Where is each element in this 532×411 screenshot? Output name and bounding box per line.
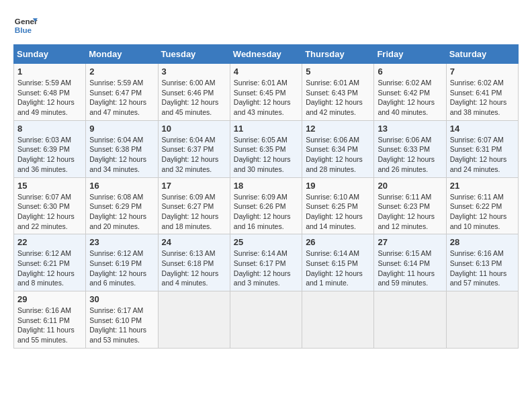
sunrise: Sunrise: 6:10 AM — [306, 193, 359, 201]
sunrise: Sunrise: 6:07 AM — [450, 136, 504, 144]
daylight: Daylight: 11 hours and 59 minutes. — [378, 269, 435, 287]
calendar-cell: 24 Sunrise: 6:13 AM Sunset: 6:18 PM Dayl… — [158, 234, 230, 291]
daylight: Daylight: 12 hours and 34 minutes. — [89, 155, 146, 173]
sunrise: Sunrise: 6:08 AM — [89, 193, 143, 201]
sunset: Sunset: 6:23 PM — [378, 202, 430, 210]
sunset: Sunset: 6:18 PM — [162, 259, 214, 267]
daylight: Daylight: 12 hours and 47 minutes. — [89, 98, 146, 116]
day-number: 17 — [162, 181, 226, 191]
daylight: Daylight: 12 hours and 18 minutes. — [162, 212, 219, 230]
day-number: 25 — [234, 237, 298, 247]
calendar-week-row: 22 Sunrise: 6:12 AM Sunset: 6:21 PM Dayl… — [14, 234, 519, 291]
calendar-cell: 1 Sunrise: 5:59 AM Sunset: 6:48 PM Dayli… — [14, 64, 86, 121]
sunset: Sunset: 6:30 PM — [17, 202, 70, 210]
sunrise: Sunrise: 6:06 AM — [378, 136, 431, 144]
daylight: Daylight: 12 hours and 40 minutes. — [378, 98, 435, 116]
sunset: Sunset: 6:15 PM — [306, 259, 358, 267]
sunrise: Sunrise: 6:12 AM — [17, 249, 71, 257]
daylight: Daylight: 12 hours and 26 minutes. — [378, 155, 435, 173]
day-number: 26 — [306, 237, 370, 247]
sunrise: Sunrise: 6:09 AM — [234, 193, 287, 201]
day-number: 19 — [306, 181, 370, 191]
weekday-header-saturday: Saturday — [446, 45, 518, 64]
daylight: Daylight: 12 hours and 20 minutes. — [89, 212, 146, 230]
sunrise: Sunrise: 6:03 AM — [17, 136, 71, 144]
day-number: 21 — [450, 181, 515, 191]
calendar-cell: 26 Sunrise: 6:14 AM Sunset: 6:15 PM Dayl… — [302, 234, 374, 291]
calendar-cell: 23 Sunrise: 6:12 AM Sunset: 6:19 PM Dayl… — [86, 234, 158, 291]
day-number: 9 — [89, 124, 154, 134]
sunrise: Sunrise: 6:11 AM — [378, 193, 431, 201]
daylight: Daylight: 12 hours and 30 minutes. — [234, 155, 291, 173]
sunset: Sunset: 6:35 PM — [234, 145, 286, 153]
day-number: 16 — [89, 181, 154, 191]
sunrise: Sunrise: 5:59 AM — [89, 79, 143, 87]
calendar-cell: 17 Sunrise: 6:09 AM Sunset: 6:27 PM Dayl… — [158, 177, 230, 234]
day-number: 24 — [162, 237, 226, 247]
sunset: Sunset: 6:46 PM — [162, 89, 214, 97]
daylight: Daylight: 12 hours and 38 minutes. — [450, 98, 507, 116]
calendar-cell: 16 Sunrise: 6:08 AM Sunset: 6:29 PM Dayl… — [86, 177, 158, 234]
day-number: 27 — [378, 237, 442, 247]
calendar-cell: 6 Sunrise: 6:02 AM Sunset: 6:42 PM Dayli… — [374, 64, 446, 121]
sunset: Sunset: 6:13 PM — [450, 259, 502, 267]
sunrise: Sunrise: 6:09 AM — [162, 193, 216, 201]
calendar-cell: 29 Sunrise: 6:16 AM Sunset: 6:11 PM Dayl… — [14, 291, 86, 349]
day-number: 11 — [234, 124, 298, 134]
sunset: Sunset: 6:43 PM — [306, 89, 358, 97]
logo: General Blue — [13, 13, 40, 38]
calendar-cell: 12 Sunrise: 6:06 AM Sunset: 6:34 PM Dayl… — [302, 120, 374, 177]
sunrise: Sunrise: 5:59 AM — [17, 79, 71, 87]
sunset: Sunset: 6:11 PM — [17, 316, 70, 324]
sunset: Sunset: 6:14 PM — [378, 259, 430, 267]
calendar-cell: 2 Sunrise: 5:59 AM Sunset: 6:47 PM Dayli… — [86, 64, 158, 121]
sunrise: Sunrise: 6:16 AM — [17, 306, 71, 314]
calendar-week-row: 29 Sunrise: 6:16 AM Sunset: 6:11 PM Dayl… — [14, 291, 519, 349]
sunset: Sunset: 6:41 PM — [450, 89, 502, 97]
sunset: Sunset: 6:10 PM — [89, 316, 142, 324]
calendar-table: SundayMondayTuesdayWednesdayThursdayFrid… — [13, 44, 519, 349]
sunset: Sunset: 6:21 PM — [17, 259, 70, 267]
sunset: Sunset: 6:31 PM — [450, 145, 502, 153]
calendar-cell: 5 Sunrise: 6:01 AM Sunset: 6:43 PM Dayli… — [302, 64, 374, 121]
sunset: Sunset: 6:38 PM — [89, 145, 142, 153]
day-number: 4 — [234, 66, 298, 77]
day-number: 22 — [17, 237, 82, 247]
sunrise: Sunrise: 6:01 AM — [306, 79, 359, 87]
calendar-cell — [374, 291, 446, 349]
day-number: 2 — [89, 66, 154, 77]
sunrise: Sunrise: 6:02 AM — [378, 79, 431, 87]
calendar-cell: 15 Sunrise: 6:07 AM Sunset: 6:30 PM Dayl… — [14, 177, 86, 234]
sunrise: Sunrise: 6:12 AM — [89, 249, 143, 257]
day-number: 3 — [162, 66, 226, 77]
calendar-cell: 22 Sunrise: 6:12 AM Sunset: 6:21 PM Dayl… — [14, 234, 86, 291]
sunrise: Sunrise: 6:11 AM — [450, 193, 504, 201]
daylight: Daylight: 12 hours and 14 minutes. — [306, 212, 363, 230]
sunset: Sunset: 6:19 PM — [89, 259, 142, 267]
svg-text:Blue: Blue — [15, 26, 32, 34]
weekday-header-tuesday: Tuesday — [158, 45, 230, 64]
daylight: Daylight: 12 hours and 16 minutes. — [234, 212, 291, 230]
sunset: Sunset: 6:39 PM — [17, 145, 70, 153]
daylight: Daylight: 12 hours and 12 minutes. — [378, 212, 435, 230]
sunset: Sunset: 6:26 PM — [234, 202, 286, 210]
calendar-cell: 7 Sunrise: 6:02 AM Sunset: 6:41 PM Dayli… — [446, 64, 518, 121]
calendar-cell — [230, 291, 302, 349]
sunrise: Sunrise: 6:14 AM — [306, 249, 359, 257]
calendar-cell: 10 Sunrise: 6:04 AM Sunset: 6:37 PM Dayl… — [158, 120, 230, 177]
daylight: Daylight: 11 hours and 57 minutes. — [450, 269, 507, 287]
daylight: Daylight: 12 hours and 36 minutes. — [17, 155, 75, 173]
sunrise: Sunrise: 6:01 AM — [234, 79, 287, 87]
daylight: Daylight: 12 hours and 8 minutes. — [17, 269, 75, 287]
daylight: Daylight: 12 hours and 43 minutes. — [234, 98, 291, 116]
weekday-header-sunday: Sunday — [14, 45, 86, 64]
calendar-cell: 4 Sunrise: 6:01 AM Sunset: 6:45 PM Dayli… — [230, 64, 302, 121]
day-number: 18 — [234, 181, 298, 191]
sunset: Sunset: 6:34 PM — [306, 145, 358, 153]
sunrise: Sunrise: 6:17 AM — [89, 306, 143, 314]
daylight: Daylight: 12 hours and 6 minutes. — [89, 269, 146, 287]
daylight: Daylight: 12 hours and 24 minutes. — [450, 155, 507, 173]
calendar-week-row: 8 Sunrise: 6:03 AM Sunset: 6:39 PM Dayli… — [14, 120, 519, 177]
sunrise: Sunrise: 6:15 AM — [378, 249, 431, 257]
sunset: Sunset: 6:29 PM — [89, 202, 142, 210]
